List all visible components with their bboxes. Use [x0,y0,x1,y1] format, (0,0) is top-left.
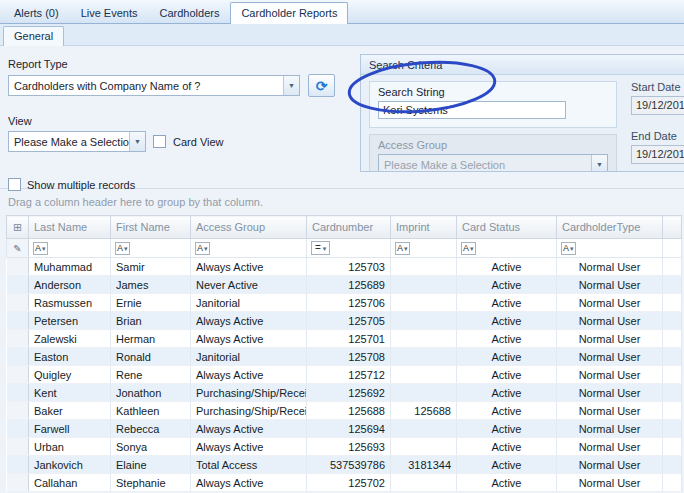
table-row[interactable]: AndersonJamesNever Active125689ActiveNor… [7,276,682,294]
show-multiple-checkbox[interactable] [8,178,21,191]
column-header-cardnumber[interactable]: Cardnumber [307,216,391,239]
cell[interactable]: Samir [111,258,191,276]
cell[interactable]: Active [457,258,557,276]
cell[interactable]: Urban [29,438,111,456]
cell[interactable]: 125688 [307,402,391,420]
cell[interactable]: Kent [29,384,111,402]
cell[interactable]: Always Active [191,438,307,456]
row-indicator[interactable] [7,258,29,276]
end-date-field[interactable]: 19/12/2013 [631,145,684,164]
edit-row-icon[interactable]: ✎ [7,239,29,258]
cell[interactable]: 125703 [307,258,391,276]
row-indicator[interactable] [7,456,29,474]
cell[interactable]: Brian [111,312,191,330]
chevron-down-icon[interactable]: ▼ [129,132,145,151]
row-indicator[interactable] [7,312,29,330]
cell[interactable]: Normal User [557,366,663,384]
tab-cardholder-reports[interactable]: Cardholder Reports [230,2,348,24]
filter-equals-button[interactable]: = [307,239,391,258]
tab-cardholders[interactable]: Cardholders [149,3,231,23]
filter-button[interactable]: A [111,239,191,258]
cell[interactable]: Active [457,348,557,366]
cell[interactable]: Active [457,474,557,492]
cell[interactable]: Normal User [557,348,663,366]
cell[interactable]: Normal User [557,276,663,294]
cell[interactable] [391,366,457,384]
cell[interactable]: Purchasing/Ship/Receive [191,402,307,420]
cell[interactable] [391,330,457,348]
cell[interactable]: Always Active [191,312,307,330]
column-header-first-name[interactable]: First Name [111,216,191,239]
cell[interactable]: Active [457,402,557,420]
row-indicator[interactable] [7,348,29,366]
cell[interactable]: Anderson [29,276,111,294]
cell[interactable]: Quigley [29,366,111,384]
cell[interactable] [391,312,457,330]
cell[interactable]: Normal User [557,402,663,420]
chevron-down-icon[interactable]: ▼ [283,76,299,95]
table-row[interactable]: ZalewskiHermanAlways Active125701ActiveN… [7,330,682,348]
cell[interactable]: Janitorial [191,294,307,312]
cell[interactable] [391,276,457,294]
cell[interactable]: Farwell [29,420,111,438]
cell[interactable]: Easton [29,348,111,366]
cell[interactable]: Rebecca [111,420,191,438]
table-row[interactable]: JankovichElaineTotal Access5375397863181… [7,456,682,474]
cell[interactable]: 125712 [307,366,391,384]
cell[interactable]: Herman [111,330,191,348]
table-row[interactable]: CallahanStephanieAlways Active125702Acti… [7,474,682,492]
cell[interactable]: Ronald [111,348,191,366]
chevron-down-icon[interactable]: ▼ [591,155,607,172]
cell[interactable]: 537539786 [307,456,391,474]
cell[interactable]: Elaine [111,456,191,474]
cell[interactable]: 125705 [307,312,391,330]
cell[interactable]: 125701 [307,330,391,348]
cell[interactable]: Kathleen [111,402,191,420]
cell[interactable]: Janitorial [191,348,307,366]
cell[interactable]: Active [457,420,557,438]
row-indicator[interactable] [7,276,29,294]
cell[interactable] [391,384,457,402]
tab-general[interactable]: General [3,26,64,46]
tab-live-events[interactable]: Live Events [70,3,149,23]
table-row[interactable]: FarwellRebeccaAlways Active125694ActiveN… [7,420,682,438]
cell[interactable]: Active [457,330,557,348]
cell[interactable]: Active [457,294,557,312]
search-string-input[interactable] [378,101,566,119]
cell[interactable]: Always Active [191,258,307,276]
cell[interactable] [391,258,457,276]
cell[interactable]: Rene [111,366,191,384]
cell[interactable]: Normal User [557,456,663,474]
filter-button[interactable]: A [557,239,663,258]
column-header-cardholdertype[interactable]: CardholderType [557,216,663,239]
cell[interactable]: Normal User [557,330,663,348]
cell[interactable]: Normal User [557,474,663,492]
cell[interactable]: Jankovich [29,456,111,474]
cell[interactable]: Always Active [191,474,307,492]
refresh-button[interactable]: ⟳ [308,74,335,97]
row-indicator[interactable] [7,330,29,348]
row-indicator[interactable] [7,402,29,420]
grid-selector-icon[interactable]: ⊞ [7,216,29,239]
cell[interactable]: Normal User [557,294,663,312]
cell[interactable]: Zalewski [29,330,111,348]
cell[interactable]: Active [457,438,557,456]
cell[interactable]: 125693 [307,438,391,456]
filter-button[interactable]: A [191,239,307,258]
column-header-card-status[interactable]: Card Status [457,216,557,239]
cell[interactable] [391,474,457,492]
table-row[interactable]: RasmussenErnieJanitorial125706ActiveNorm… [7,294,682,312]
table-row[interactable]: QuigleyReneAlways Active125712ActiveNorm… [7,366,682,384]
cell[interactable]: Active [457,384,557,402]
cell[interactable]: Stephanie [111,474,191,492]
cell[interactable]: Rasmussen [29,294,111,312]
cell[interactable]: 125688 [391,402,457,420]
cell[interactable]: 125689 [307,276,391,294]
cell[interactable]: Baker [29,402,111,420]
cell[interactable]: Never Active [191,276,307,294]
cell[interactable] [391,420,457,438]
cell[interactable]: Total Access [191,456,307,474]
cell[interactable]: Purchasing/Ship/Receive [191,384,307,402]
cell[interactable]: Always Active [191,366,307,384]
cell[interactable]: Active [457,366,557,384]
